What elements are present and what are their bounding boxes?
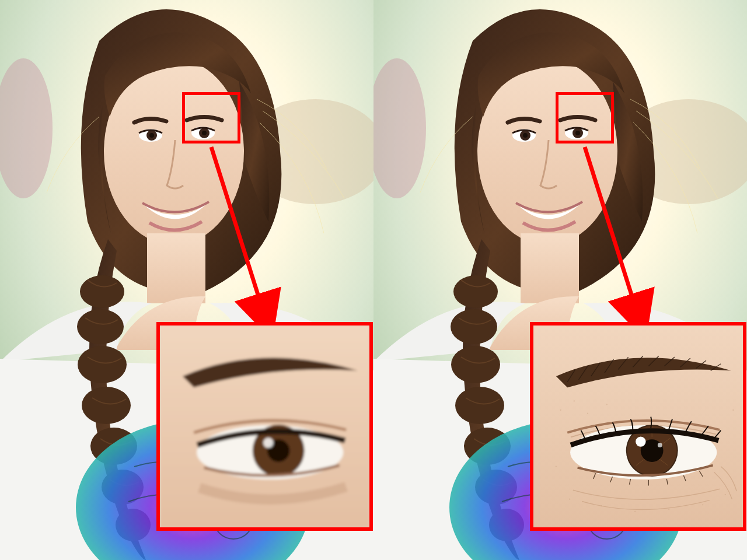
comparison-panel-left (0, 0, 374, 560)
svg-point-85 (569, 499, 570, 500)
zoom-eye-right (533, 326, 743, 527)
svg-point-14 (82, 387, 131, 424)
svg-point-6 (149, 133, 154, 138)
svg-point-27 (263, 438, 273, 447)
svg-point-81 (574, 400, 575, 401)
svg-point-84 (556, 466, 557, 467)
svg-point-39 (453, 275, 498, 308)
svg-point-91 (732, 410, 734, 411)
svg-point-72 (658, 443, 662, 447)
svg-point-90 (725, 494, 726, 495)
zoom-inset-right (530, 322, 746, 531)
svg-point-40 (451, 309, 497, 344)
svg-point-88 (668, 509, 669, 510)
zoom-inset-left (156, 322, 373, 531)
zoom-eye-left (160, 326, 369, 527)
svg-point-12 (77, 309, 124, 344)
callout-box-right (556, 92, 614, 144)
svg-point-82 (587, 413, 588, 414)
svg-point-71 (636, 436, 645, 446)
callout-box-left (182, 92, 240, 144)
svg-point-80 (560, 410, 561, 411)
svg-rect-10 (147, 233, 205, 303)
svg-point-11 (80, 275, 124, 308)
svg-point-83 (606, 404, 608, 405)
svg-point-42 (455, 387, 504, 424)
svg-point-13 (78, 346, 127, 383)
comparison-panel-right (374, 0, 747, 560)
svg-point-87 (634, 511, 636, 512)
svg-point-86 (601, 505, 602, 506)
svg-rect-38 (521, 233, 579, 303)
svg-point-34 (523, 133, 528, 138)
svg-point-89 (702, 504, 703, 505)
svg-point-41 (451, 346, 500, 383)
